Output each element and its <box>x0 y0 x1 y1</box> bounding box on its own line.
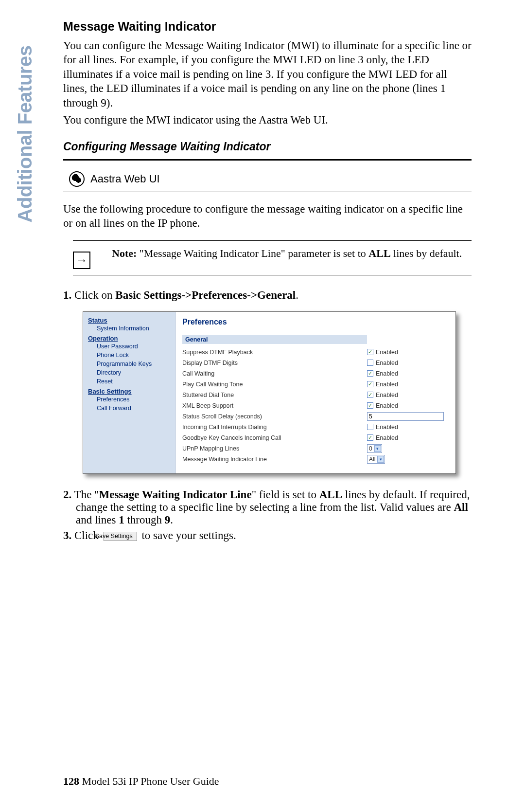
chevron-down-icon: ▾ <box>374 445 381 452</box>
pref-row: Goodbye Key Cancels Incoming Call✓Enable… <box>182 433 451 443</box>
webui-label: Aastra Web UI <box>90 173 160 185</box>
checkbox[interactable]: ✓ <box>367 381 373 387</box>
nav-item[interactable]: Preferences <box>88 395 172 404</box>
pref-label: Incoming Call Interrupts Dialing <box>182 424 367 431</box>
pref-row: Play Call Waiting Tone✓Enabled <box>182 379 451 390</box>
paragraph-2: You configure the MWI indicator using th… <box>63 113 472 127</box>
nav-head-operation[interactable]: Operation <box>88 335 172 342</box>
pref-label: Goodbye Key Cancels Incoming Call <box>182 434 367 441</box>
checkbox-label: Enabled <box>376 381 398 388</box>
nav-item[interactable]: Directory <box>88 368 172 377</box>
pref-row: XML Beep Support✓Enabled <box>182 400 451 411</box>
preferences-panel: Preferences General Suppress DTMF Playba… <box>175 312 455 473</box>
checkbox-label: Enabled <box>376 392 398 398</box>
nav-item[interactable]: Reset <box>88 377 172 386</box>
preferences-screenshot: Status System Information Operation User… <box>83 311 456 474</box>
nav-sidebar: Status System Information Operation User… <box>83 312 175 473</box>
checkbox[interactable]: ✓ <box>367 434 373 441</box>
footer-title: Model 53i IP Phone User Guide <box>79 775 219 787</box>
checkbox[interactable]: ✓ <box>367 349 373 355</box>
side-tab-label: Additional Features <box>15 45 36 222</box>
note-block: → Note: "Message Waiting Indicator Line"… <box>73 240 472 275</box>
note-label: Note: <box>112 247 137 259</box>
pref-label: Call Waiting <box>182 370 367 377</box>
note-text: Note: "Message Waiting Indicator Line" p… <box>112 247 462 261</box>
checkbox-label: Enabled <box>376 434 398 441</box>
checkbox-label: Enabled <box>376 402 398 409</box>
note-bold: ALL <box>368 247 390 259</box>
nav-item[interactable]: Phone Lock <box>88 351 172 360</box>
rule-thick-top <box>63 159 472 161</box>
group-header: General <box>182 335 367 344</box>
note-after: lines by default. <box>391 247 462 259</box>
nav-item[interactable]: Programmable Keys <box>88 360 172 368</box>
nav-item[interactable]: User Password <box>88 342 172 351</box>
preferences-title: Preferences <box>182 318 451 326</box>
pref-row: Status Scroll Delay (seconds) <box>182 411 451 422</box>
pref-row: Call Waiting✓Enabled <box>182 368 451 379</box>
nav-head-basic[interactable]: Basic Settings <box>88 388 172 395</box>
pref-row: Display DTMF DigitsEnabled <box>182 358 451 368</box>
checkbox-label: Enabled <box>376 360 398 366</box>
pref-label: XML Beep Support <box>182 402 367 409</box>
side-tab: Additional Features <box>11 15 40 253</box>
checkbox[interactable] <box>367 360 373 366</box>
checkbox-label: Enabled <box>376 370 398 377</box>
pref-row: Incoming Call Interrupts DialingEnabled <box>182 422 451 433</box>
intro-paragraph: Use the following procedure to configure… <box>63 202 472 231</box>
webui-row: Aastra Web UI <box>63 169 472 192</box>
save-settings-button[interactable]: Save Settings <box>104 532 137 541</box>
checkbox-label: Enabled <box>376 424 398 431</box>
footer: 128 Model 53i IP Phone User Guide <box>63 775 219 788</box>
text-input[interactable] <box>367 412 444 421</box>
pref-row: UPnP Mapping Lines0▾ <box>182 443 451 454</box>
select[interactable]: 0▾ <box>367 444 382 453</box>
pref-label: Display DTMF Digits <box>182 360 367 366</box>
step-2: 2. The "Message Waiting Indicator Line" … <box>63 488 472 526</box>
checkbox[interactable]: ✓ <box>367 402 373 409</box>
sub-heading: Configuring Message Waiting Indicator <box>63 140 472 153</box>
note-before: "Message Waiting Indicator Line" paramet… <box>137 247 368 259</box>
paragraph-1: You can configure the Message Waiting In… <box>63 38 472 110</box>
nav-item[interactable]: Call Forward <box>88 404 172 413</box>
pref-label: Message Waiting Indicator Line <box>182 456 367 463</box>
pref-label: Status Scroll Delay (seconds) <box>182 413 367 420</box>
checkbox[interactable]: ✓ <box>367 370 373 377</box>
chevron-down-icon: ▾ <box>377 456 384 463</box>
pref-label: Stuttered Dial Tone <box>182 392 367 398</box>
nav-item[interactable]: System Information <box>88 324 172 333</box>
step-1: 1. Click on Basic Settings->Preferences-… <box>63 289 472 302</box>
checkbox[interactable] <box>367 424 373 430</box>
checkbox[interactable]: ✓ <box>367 392 373 398</box>
step-3: 3. Click Save Settings to save your sett… <box>63 529 472 542</box>
nav-head-status[interactable]: Status <box>88 317 172 324</box>
pref-row: Message Waiting Indicator LineAll▾ <box>182 454 451 465</box>
page-number: 128 <box>63 775 79 787</box>
rule-thin-bottom <box>63 192 472 192</box>
pref-label: UPnP Mapping Lines <box>182 445 367 452</box>
section-heading: Message Waiting Indicator <box>63 19 472 34</box>
pref-row: Suppress DTMF Playback✓Enabled <box>182 347 451 358</box>
steps: 1. Click on Basic Settings->Preferences-… <box>63 289 472 542</box>
pref-label: Play Call Waiting Tone <box>182 381 367 388</box>
select[interactable]: All▾ <box>367 455 385 464</box>
checkbox-label: Enabled <box>376 349 398 356</box>
pref-label: Suppress DTMF Playback <box>182 349 367 356</box>
arrow-icon: → <box>73 252 90 269</box>
globe-icon <box>69 171 85 187</box>
pref-row: Stuttered Dial Tone✓Enabled <box>182 390 451 400</box>
